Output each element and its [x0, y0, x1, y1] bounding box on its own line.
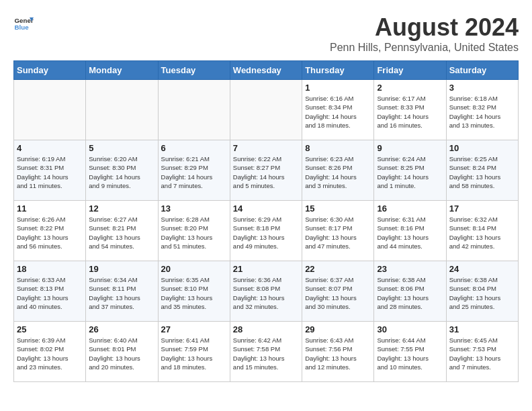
title-section: August 2024 Penn Hills, Pennsylvania, Un… [330, 13, 519, 54]
day-number: 25 [17, 324, 83, 334]
day-number: 12 [89, 203, 154, 214]
day-info: Sunrise: 6:31 AM Sunset: 8:16 PM Dayligh… [377, 215, 443, 250]
day-number: 23 [377, 264, 443, 274]
day-number: 9 [377, 143, 443, 153]
day-number: 28 [233, 324, 299, 334]
day-info: Sunrise: 6:34 AM Sunset: 8:11 PM Dayligh… [89, 275, 154, 311]
calendar-day-cell: 4Sunrise: 6:19 AM Sunset: 8:31 PM Daylig… [14, 140, 86, 201]
day-number: 20 [161, 264, 227, 274]
calendar-day-cell: 9Sunrise: 6:24 AM Sunset: 8:25 PM Daylig… [374, 140, 446, 201]
calendar-day-cell: 13Sunrise: 6:28 AM Sunset: 8:20 PM Dayli… [158, 201, 230, 261]
calendar-day-cell [14, 80, 86, 140]
day-number: 31 [449, 324, 515, 334]
day-number: 27 [161, 324, 227, 334]
calendar-day-cell: 18Sunrise: 6:33 AM Sunset: 8:13 PM Dayli… [14, 261, 86, 322]
day-info: Sunrise: 6:44 AM Sunset: 7:55 PM Dayligh… [377, 336, 443, 371]
day-info: Sunrise: 6:21 AM Sunset: 8:29 PM Dayligh… [161, 154, 227, 190]
calendar-day-cell: 17Sunrise: 6:32 AM Sunset: 8:14 PM Dayli… [446, 201, 518, 261]
day-info: Sunrise: 6:28 AM Sunset: 8:20 PM Dayligh… [161, 215, 227, 250]
day-info: Sunrise: 6:37 AM Sunset: 8:07 PM Dayligh… [305, 275, 371, 311]
day-number: 1 [305, 83, 371, 93]
day-number: 7 [233, 143, 299, 153]
weekday-header: Monday [86, 61, 158, 80]
day-number: 17 [449, 203, 515, 214]
calendar-day-cell: 7Sunrise: 6:22 AM Sunset: 8:27 PM Daylig… [230, 140, 302, 201]
calendar-week-row: 11Sunrise: 6:26 AM Sunset: 8:22 PM Dayli… [14, 201, 519, 261]
logo-icon: General Blue [13, 13, 34, 34]
weekday-header: Thursday [302, 61, 374, 80]
day-info: Sunrise: 6:40 AM Sunset: 8:01 PM Dayligh… [89, 336, 154, 371]
day-info: Sunrise: 6:23 AM Sunset: 8:26 PM Dayligh… [305, 154, 371, 190]
day-number: 18 [17, 264, 83, 274]
calendar-day-cell: 19Sunrise: 6:34 AM Sunset: 8:11 PM Dayli… [86, 261, 158, 322]
calendar-day-cell [86, 80, 158, 140]
day-info: Sunrise: 6:39 AM Sunset: 8:02 PM Dayligh… [17, 336, 83, 371]
day-number: 21 [233, 264, 299, 274]
calendar-week-row: 18Sunrise: 6:33 AM Sunset: 8:13 PM Dayli… [14, 261, 519, 322]
weekday-header-row: SundayMondayTuesdayWednesdayThursdayFrid… [14, 61, 519, 80]
day-info: Sunrise: 6:16 AM Sunset: 8:34 PM Dayligh… [305, 94, 371, 130]
calendar-day-cell: 21Sunrise: 6:36 AM Sunset: 8:08 PM Dayli… [230, 261, 302, 322]
calendar-week-row: 1Sunrise: 6:16 AM Sunset: 8:34 PM Daylig… [14, 80, 519, 140]
calendar-day-cell: 6Sunrise: 6:21 AM Sunset: 8:29 PM Daylig… [158, 140, 230, 201]
day-number: 5 [89, 143, 154, 153]
calendar-day-cell: 16Sunrise: 6:31 AM Sunset: 8:16 PM Dayli… [374, 201, 446, 261]
day-info: Sunrise: 6:38 AM Sunset: 8:04 PM Dayligh… [449, 275, 515, 311]
day-number: 30 [377, 324, 443, 334]
calendar-day-cell: 25Sunrise: 6:39 AM Sunset: 8:02 PM Dayli… [14, 322, 86, 382]
day-info: Sunrise: 6:42 AM Sunset: 7:58 PM Dayligh… [233, 336, 299, 371]
day-info: Sunrise: 6:33 AM Sunset: 8:13 PM Dayligh… [17, 275, 83, 311]
day-info: Sunrise: 6:32 AM Sunset: 8:14 PM Dayligh… [449, 215, 515, 250]
day-info: Sunrise: 6:45 AM Sunset: 7:53 PM Dayligh… [449, 336, 515, 371]
day-info: Sunrise: 6:26 AM Sunset: 8:22 PM Dayligh… [17, 215, 83, 250]
day-number: 6 [161, 143, 227, 153]
day-number: 29 [305, 324, 371, 334]
weekday-header: Friday [374, 61, 446, 80]
day-number: 22 [305, 264, 371, 274]
day-info: Sunrise: 6:30 AM Sunset: 8:17 PM Dayligh… [305, 215, 371, 250]
calendar-day-cell: 2Sunrise: 6:17 AM Sunset: 8:33 PM Daylig… [374, 80, 446, 140]
calendar-day-cell: 15Sunrise: 6:30 AM Sunset: 8:17 PM Dayli… [302, 201, 374, 261]
logo: General Blue [13, 13, 34, 34]
day-number: 4 [17, 143, 83, 153]
day-number: 26 [89, 324, 154, 334]
calendar-day-cell: 23Sunrise: 6:38 AM Sunset: 8:06 PM Dayli… [374, 261, 446, 322]
day-info: Sunrise: 6:27 AM Sunset: 8:21 PM Dayligh… [89, 215, 154, 250]
calendar-day-cell: 31Sunrise: 6:45 AM Sunset: 7:53 PM Dayli… [446, 322, 518, 382]
day-info: Sunrise: 6:38 AM Sunset: 8:06 PM Dayligh… [377, 275, 443, 311]
day-info: Sunrise: 6:35 AM Sunset: 8:10 PM Dayligh… [161, 275, 227, 311]
day-info: Sunrise: 6:19 AM Sunset: 8:31 PM Dayligh… [17, 154, 83, 190]
day-number: 19 [89, 264, 154, 274]
calendar-day-cell [230, 80, 302, 140]
calendar-title: August 2024 [330, 13, 519, 42]
day-number: 13 [161, 203, 227, 214]
day-info: Sunrise: 6:41 AM Sunset: 7:59 PM Dayligh… [161, 336, 227, 371]
calendar-table: SundayMondayTuesdayWednesdayThursdayFrid… [13, 60, 519, 382]
day-number: 24 [449, 264, 515, 274]
day-info: Sunrise: 6:29 AM Sunset: 8:18 PM Dayligh… [233, 215, 299, 250]
weekday-header: Sunday [14, 61, 86, 80]
day-number: 3 [449, 83, 515, 93]
day-number: 15 [305, 203, 371, 214]
weekday-header: Tuesday [158, 61, 230, 80]
page-header: General Blue August 2024 Penn Hills, Pen… [13, 13, 519, 54]
calendar-day-cell: 22Sunrise: 6:37 AM Sunset: 8:07 PM Dayli… [302, 261, 374, 322]
day-number: 8 [305, 143, 371, 153]
calendar-week-row: 4Sunrise: 6:19 AM Sunset: 8:31 PM Daylig… [14, 140, 519, 201]
calendar-day-cell: 5Sunrise: 6:20 AM Sunset: 8:30 PM Daylig… [86, 140, 158, 201]
calendar-day-cell: 24Sunrise: 6:38 AM Sunset: 8:04 PM Dayli… [446, 261, 518, 322]
calendar-day-cell: 12Sunrise: 6:27 AM Sunset: 8:21 PM Dayli… [86, 201, 158, 261]
day-number: 14 [233, 203, 299, 214]
calendar-day-cell: 10Sunrise: 6:25 AM Sunset: 8:24 PM Dayli… [446, 140, 518, 201]
calendar-day-cell: 3Sunrise: 6:18 AM Sunset: 8:32 PM Daylig… [446, 80, 518, 140]
calendar-day-cell: 30Sunrise: 6:44 AM Sunset: 7:55 PM Dayli… [374, 322, 446, 382]
calendar-day-cell: 27Sunrise: 6:41 AM Sunset: 7:59 PM Dayli… [158, 322, 230, 382]
day-info: Sunrise: 6:18 AM Sunset: 8:32 PM Dayligh… [449, 94, 515, 130]
day-number: 11 [17, 203, 83, 214]
svg-text:Blue: Blue [15, 24, 30, 31]
calendar-day-cell: 26Sunrise: 6:40 AM Sunset: 8:01 PM Dayli… [86, 322, 158, 382]
calendar-subtitle: Penn Hills, Pennsylvania, United States [330, 42, 519, 54]
weekday-header: Wednesday [230, 61, 302, 80]
calendar-day-cell: 29Sunrise: 6:43 AM Sunset: 7:56 PM Dayli… [302, 322, 374, 382]
calendar-week-row: 25Sunrise: 6:39 AM Sunset: 8:02 PM Dayli… [14, 322, 519, 382]
